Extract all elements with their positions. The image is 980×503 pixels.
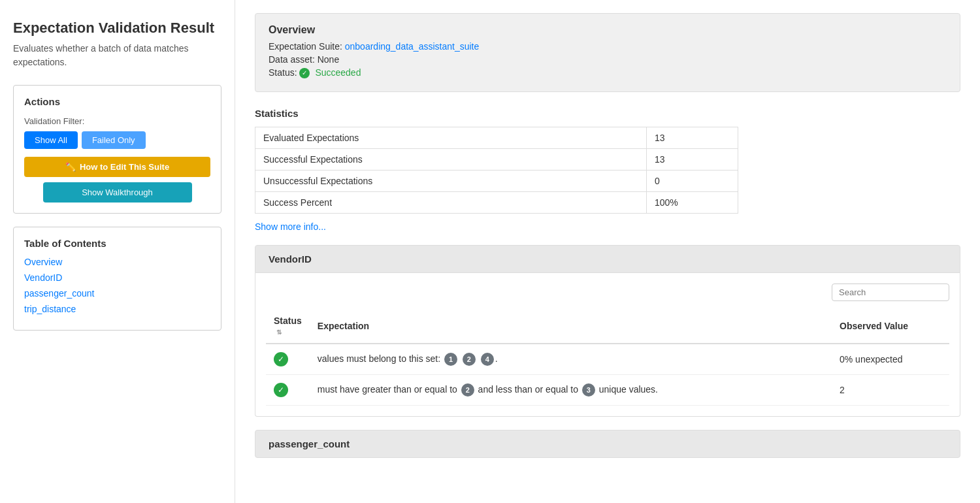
sidebar: Expectation Validation Result Evaluates … — [0, 0, 235, 503]
passenger-count-heading: passenger_count — [255, 430, 960, 458]
toc-title: Table of Contents — [24, 238, 210, 249]
row2-observed: 2 — [832, 375, 949, 406]
table-header-row: Status ⇅ Expectation Observed Value — [266, 309, 949, 344]
page-subtitle: Evaluates whether a batch of data matche… — [13, 42, 221, 69]
row2-status: ✓ — [266, 375, 310, 406]
stats-value-percent: 100% — [647, 192, 738, 214]
row1-status: ✓ — [266, 344, 310, 375]
stats-value-evaluated: 13 — [647, 127, 738, 149]
badge-2: 2 — [463, 353, 476, 366]
stats-row-unsuccessful: Unsuccessful Expectations 0 — [255, 170, 738, 192]
search-container — [266, 284, 949, 301]
toc-item-vendorid[interactable]: VendorID — [24, 272, 210, 283]
overview-heading: Overview — [269, 24, 947, 36]
statistics-heading: Statistics — [255, 108, 960, 119]
status-check-icon: ✓ — [299, 68, 310, 78]
col-observed: Observed Value — [832, 309, 949, 344]
filter-buttons: Show All Failed Only — [24, 131, 210, 149]
main-content: Overview Expectation Suite: onboarding_d… — [235, 0, 980, 503]
validation-filter-label: Validation Filter: — [24, 116, 210, 126]
overview-status-row: Status: ✓ Succeeded — [269, 67, 947, 78]
toc-item-overview[interactable]: Overview — [24, 257, 210, 267]
overview-data-asset: Data asset: None — [269, 54, 947, 65]
stats-row-evaluated: Evaluated Expectations 13 — [255, 127, 738, 149]
actions-box: Actions Validation Filter: Show All Fail… — [13, 85, 221, 214]
expectations-table: Status ⇅ Expectation Observed Value ✓ va… — [266, 309, 949, 406]
suite-link[interactable]: onboarding_data_assistant_suite — [345, 41, 480, 52]
stats-value-unsuccessful: 0 — [647, 170, 738, 192]
status-text: Succeeded — [315, 67, 361, 78]
stats-row-percent: Success Percent 100% — [255, 192, 738, 214]
edit-suite-button[interactable]: ✏️How to Edit This Suite — [24, 157, 210, 177]
stats-value-successful: 13 — [647, 149, 738, 170]
stats-label-evaluated: Evaluated Expectations — [255, 127, 647, 149]
show-more-link[interactable]: Show more info... — [255, 221, 326, 232]
statistics-section: Statistics Evaluated Expectations 13 Suc… — [255, 108, 960, 245]
success-icon-1: ✓ — [274, 352, 288, 366]
toc-box: Table of Contents Overview VendorID pass… — [13, 227, 221, 331]
success-icon-2: ✓ — [274, 383, 288, 397]
badge-4: 4 — [481, 353, 494, 366]
toc-item-trip-distance[interactable]: trip_distance — [24, 304, 210, 314]
vendorid-body: Status ⇅ Expectation Observed Value ✓ va… — [255, 273, 960, 417]
show-walkthrough-button[interactable]: Show Walkthrough — [43, 182, 192, 203]
failed-only-button[interactable]: Failed Only — [82, 131, 146, 149]
search-input[interactable] — [832, 284, 949, 301]
page-title: Expectation Validation Result — [13, 20, 221, 37]
col-expectation: Expectation — [310, 309, 832, 344]
row2-expectation: must have greater than or equal to 2 and… — [310, 375, 832, 406]
overview-section: Overview Expectation Suite: onboarding_d… — [255, 13, 960, 92]
col-status: Status ⇅ — [266, 309, 310, 344]
table-row: ✓ must have greater than or equal to 2 a… — [266, 375, 949, 406]
stats-label-percent: Success Percent — [255, 192, 647, 214]
vendorid-section: VendorID Status ⇅ Expectation Observed V… — [255, 245, 960, 417]
actions-title: Actions — [24, 96, 210, 107]
overview-suite-row: Expectation Suite: onboarding_data_assis… — [269, 41, 947, 52]
vendorid-heading: VendorID — [255, 245, 960, 273]
passenger-count-section: passenger_count — [255, 430, 960, 458]
status-label: Status: — [269, 67, 297, 78]
sort-icon-status: ⇅ — [276, 329, 282, 336]
badge-mid1: 2 — [461, 383, 474, 397]
row1-expectation: values must belong to this set: 1 2 4. — [310, 344, 832, 375]
badge-1: 1 — [444, 353, 457, 366]
table-row: ✓ values must belong to this set: 1 2 4.… — [266, 344, 949, 375]
row1-observed: 0% unexpected — [832, 344, 949, 375]
stats-label-unsuccessful: Unsuccessful Expectations — [255, 170, 647, 192]
show-all-button[interactable]: Show All — [24, 131, 78, 149]
statistics-table: Evaluated Expectations 13 Successful Exp… — [255, 127, 738, 214]
badge-mid2: 3 — [582, 383, 595, 397]
stats-row-successful: Successful Expectations 13 — [255, 149, 738, 170]
suite-label: Expectation Suite: — [269, 41, 342, 52]
toc-item-passenger-count[interactable]: passenger_count — [24, 288, 210, 299]
edit-icon: ✏️ — [65, 162, 76, 172]
stats-label-successful: Successful Expectations — [255, 149, 647, 170]
